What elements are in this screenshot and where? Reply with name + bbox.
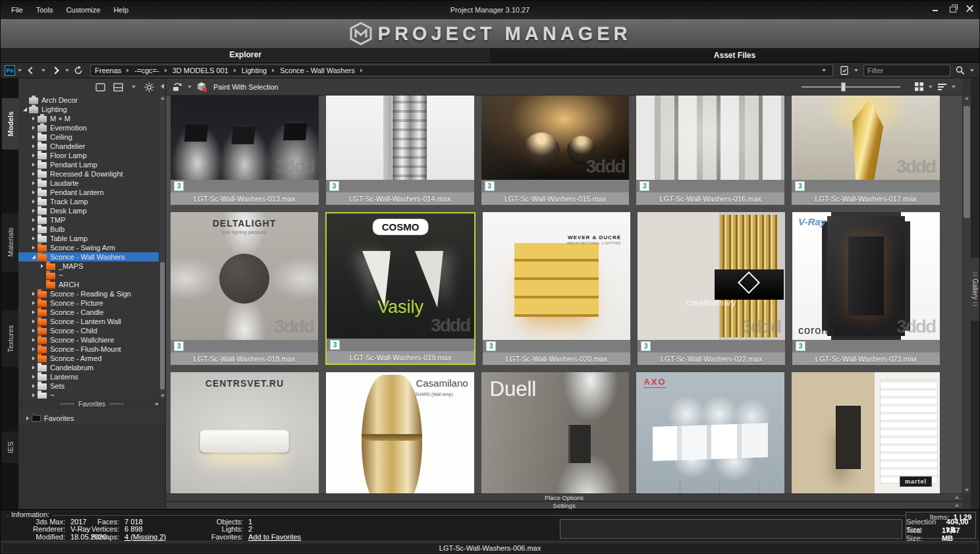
breadcrumb[interactable]: Freenas -=cgc=- 3D MODELS 001 Lighting S…: [90, 65, 833, 76]
tab-models[interactable]: Models: [2, 98, 18, 150]
tree-item[interactable]: Sconce - Armed: [18, 354, 159, 363]
tree-item[interactable]: Sconce - Swing Arm: [18, 243, 159, 252]
menu-help[interactable]: Help: [107, 3, 135, 16]
expand-icon[interactable]: [30, 375, 37, 379]
expand-icon[interactable]: [30, 218, 37, 222]
tree-item[interactable]: Bulb: [18, 225, 159, 234]
tree-item[interactable]: TMP: [18, 215, 159, 225]
asset-card[interactable]: martel: [792, 372, 940, 493]
chevron-down-icon[interactable]: [18, 69, 22, 72]
merge-button[interactable]: [194, 82, 209, 92]
expand-icon[interactable]: [30, 236, 37, 240]
scrollbar-thumb[interactable]: [160, 262, 165, 389]
expand-panel-icon[interactable]: [955, 496, 959, 499]
expand-icon[interactable]: [30, 347, 37, 351]
tree-item[interactable]: Sconce - Reading & Sign: [18, 289, 159, 298]
tree-item[interactable]: Track Lamp: [18, 197, 159, 206]
tree-scrollbar[interactable]: [159, 96, 165, 399]
asset-card[interactable]: 3LGT-Sc-Wall-Washers-016.max: [636, 96, 784, 205]
tab-textures[interactable]: Textures: [2, 310, 18, 367]
expand-panel-icon[interactable]: [955, 504, 959, 507]
sort-button[interactable]: [935, 82, 949, 91]
tree-item[interactable]: Arch Decor: [18, 96, 159, 105]
grid-scrollbar[interactable]: [962, 96, 971, 493]
expand-icon[interactable]: [30, 384, 37, 388]
settings-button[interactable]: [142, 82, 156, 92]
filter-input[interactable]: [863, 65, 950, 76]
expand-icon[interactable]: [30, 338, 37, 342]
tree-item[interactable]: Sconce - Lantern Wall: [18, 317, 159, 326]
asset-card[interactable]: 3ddd3LGT-Sc-Wall-Washers-017.max: [792, 96, 940, 205]
chevron-down-icon[interactable]: [132, 86, 136, 88]
scroll-down-icon[interactable]: [161, 395, 165, 397]
settings-bar[interactable]: Settings: [166, 501, 962, 509]
tree-item[interactable]: Lanterns: [18, 372, 159, 381]
tree-item[interactable]: ~: [18, 391, 159, 399]
refresh-button[interactable]: [72, 66, 85, 75]
expand-icon[interactable]: [30, 135, 37, 139]
tree-item[interactable]: Sconce - Flush-Mount: [18, 345, 159, 354]
scrollbar-thumb[interactable]: [964, 106, 970, 218]
search-button[interactable]: [953, 65, 967, 76]
expand-icon[interactable]: [30, 246, 37, 250]
expand-icon[interactable]: [30, 117, 37, 121]
tree-item[interactable]: Evermotion: [18, 123, 159, 132]
expand-icon[interactable]: [30, 292, 37, 296]
tree-item[interactable]: ARCH: [18, 280, 159, 289]
thumbnail-size-slider[interactable]: [802, 82, 900, 92]
scroll-up-icon[interactable]: [965, 97, 969, 99]
tree-item[interactable]: Sconce - Wallchiere: [18, 335, 159, 345]
breadcrumb-dropdown-icon[interactable]: [822, 69, 826, 72]
expand-icon[interactable]: [30, 181, 37, 185]
tree-item[interactable]: Sconce - Candle: [18, 308, 159, 317]
catalog-button[interactable]: [837, 65, 852, 76]
tree-item[interactable]: Chandelier: [18, 142, 159, 151]
tree-item[interactable]: Table Lamp: [18, 234, 159, 243]
asset-card[interactable]: 3ddd3LGT-Sc-Wall-Washers-015.max: [481, 96, 630, 205]
expand-icon[interactable]: [30, 163, 37, 167]
asset-card[interactable]: 3ddd3LGT-Sc-Wall-Washers-013.max: [171, 96, 319, 205]
chevron-down-icon[interactable]: [929, 86, 933, 88]
expand-icon[interactable]: [30, 190, 37, 194]
expand-icon[interactable]: [30, 310, 37, 314]
expand-icon[interactable]: [30, 366, 37, 370]
tree-item[interactable]: Sconce - Child: [18, 326, 159, 335]
breadcrumb-item[interactable]: Lighting: [242, 67, 267, 74]
asset-card[interactable]: DELTALIGHTpure lighting pleasure.3ddd3LG…: [171, 212, 318, 365]
place-options-bar[interactable]: Place Options: [166, 493, 962, 501]
asset-card[interactable]: 3LGT-Sc-Wall-Washers-014.max: [326, 96, 474, 205]
collapse-icon[interactable]: [30, 255, 37, 259]
expand-icon[interactable]: [38, 264, 45, 268]
asset-card[interactable]: V-Raycorona3ddd3LGT-Sc-Wall-Washers-023.…: [792, 212, 940, 365]
asset-card[interactable]: COSMOVasily3ddd3LGT-Sc-Wall-Washers-019.…: [325, 212, 476, 365]
notes-box[interactable]: [560, 519, 902, 539]
add-to-favorites-link[interactable]: Add to Favorites: [243, 533, 301, 541]
breadcrumb-item[interactable]: -=cgc=-: [134, 67, 159, 74]
favorites-tree-item[interactable]: Favorites: [18, 412, 165, 424]
asset-card[interactable]: AXO: [636, 372, 784, 493]
expand-icon[interactable]: [24, 416, 31, 420]
back-button[interactable]: [24, 68, 39, 73]
chevron-down-icon[interactable]: [65, 69, 69, 72]
menu-file[interactable]: File: [5, 3, 30, 16]
tree-item[interactable]: ~: [18, 271, 159, 280]
tree-item[interactable]: Sconce - Wall Washers: [18, 252, 159, 262]
expand-icon[interactable]: [30, 227, 37, 231]
expand-icon[interactable]: [30, 172, 37, 176]
collapse-icon[interactable]: [21, 107, 28, 111]
forward-button[interactable]: [48, 68, 63, 73]
restore-button[interactable]: [949, 5, 957, 13]
chevron-down-icon[interactable]: [952, 86, 956, 88]
expand-icon[interactable]: [30, 153, 37, 157]
menu-customize[interactable]: Customize: [59, 3, 107, 16]
tree-item[interactable]: Pendant Lantern: [18, 188, 159, 197]
gallery-tab[interactable]: Gallery: [971, 258, 979, 321]
expand-icon[interactable]: [30, 301, 37, 305]
tree-item[interactable]: Ceiling: [18, 132, 159, 142]
split-view-button[interactable]: [111, 83, 125, 92]
tab-materials[interactable]: Materials: [2, 213, 18, 272]
asset-card[interactable]: CENTRSVET.RU: [171, 372, 319, 493]
grid-view-button[interactable]: [912, 82, 926, 92]
breadcrumb-item[interactable]: Freenas: [95, 67, 121, 74]
asset-card[interactable]: creativemary3ddd3LGT-Sc-Wall-Washers-022…: [638, 212, 785, 365]
